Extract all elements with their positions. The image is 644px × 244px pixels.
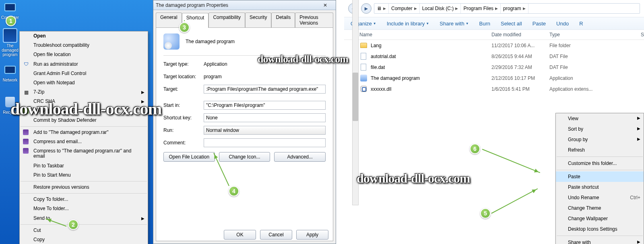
step-badge-2: 2 bbox=[68, 219, 78, 230]
file-name: autotrial.dat bbox=[371, 54, 491, 59]
menu-sort-by[interactable]: Sort by▶ bbox=[556, 124, 644, 134]
file-type: DAT File bbox=[549, 54, 644, 59]
ctx-pin-start-menu[interactable]: Pin to Start Menu bbox=[20, 171, 148, 180]
ctx-copy-to[interactable]: Copy To folder... bbox=[20, 195, 148, 204]
7zip-icon: ▦ bbox=[23, 89, 29, 96]
nav-bar: ◄ ► 🖥▶ Computer▶ Local Disk (C:)▶ Progra… bbox=[344, 0, 644, 17]
breadcrumb[interactable]: 🖥▶ Computer▶ Local Disk (C:)▶ Program Fi… bbox=[374, 3, 640, 14]
col-date[interactable]: Date modified bbox=[491, 32, 549, 38]
value-target-location: program bbox=[204, 74, 326, 79]
undo-button[interactable]: Undo bbox=[556, 21, 569, 27]
cancel-button[interactable]: Cancel bbox=[260, 230, 292, 240]
close-icon[interactable]: ✕ bbox=[317, 2, 333, 8]
file-date: 1/6/2016 5:41 PM bbox=[491, 86, 549, 92]
desktop-icon-network[interactable]: Network bbox=[0, 63, 20, 82]
menu-view[interactable]: View▶ bbox=[556, 113, 644, 124]
burn-button[interactable]: Burn bbox=[479, 21, 490, 27]
ctx-7zip[interactable]: ▦7-Zip▶ bbox=[20, 88, 148, 97]
menu-undo-rename[interactable]: Undo RenameCtrl+ bbox=[556, 192, 644, 203]
change-icon-button[interactable]: Change Icon... bbox=[219, 152, 270, 162]
file-type: DAT File bbox=[549, 65, 644, 70]
menu-change-wallpaper[interactable]: Change Wallpaper bbox=[556, 213, 644, 224]
program-icon bbox=[163, 33, 180, 50]
ctx-copy[interactable]: Copy bbox=[20, 235, 148, 244]
tab-details[interactable]: Details bbox=[271, 13, 295, 27]
col-size[interactable]: S bbox=[641, 32, 644, 38]
ctx-move-to[interactable]: Move To folder... bbox=[20, 204, 148, 213]
input-shortcut-key[interactable] bbox=[204, 113, 326, 122]
ctx-cut[interactable]: Cut bbox=[20, 226, 148, 235]
select-run[interactable]: Normal window bbox=[204, 126, 326, 135]
file-date: 8/26/2015 9:44 AM bbox=[491, 54, 549, 59]
input-start-in[interactable] bbox=[204, 101, 326, 110]
dialog-titlebar[interactable]: The damaged program Properties ✕ bbox=[153, 0, 336, 10]
tab-general[interactable]: General bbox=[156, 13, 182, 27]
menu-paste-shortcut[interactable]: Paste shortcut bbox=[556, 182, 644, 192]
separator bbox=[557, 236, 643, 236]
tab-previous-versions[interactable]: Previous Versions bbox=[295, 13, 333, 27]
table-row[interactable]: xxxxxx.dll1/6/2016 5:41 PMApplication ex… bbox=[359, 83, 644, 94]
apply-button[interactable]: Apply bbox=[296, 230, 328, 240]
col-name[interactable]: Name bbox=[359, 32, 491, 38]
advanced-button[interactable]: Advanced... bbox=[274, 152, 326, 162]
menu-share-with[interactable]: Share with▶ bbox=[556, 237, 644, 244]
tab-security[interactable]: Security bbox=[245, 13, 271, 27]
table-row[interactable]: autotrial.dat8/26/2015 9:44 AMDAT File bbox=[359, 51, 644, 62]
ctx-send-to[interactable]: Send to▶ bbox=[20, 214, 148, 223]
table-row[interactable]: file.dat2/29/2016 7:32 AMDAT File bbox=[359, 62, 644, 73]
file-type: Application bbox=[549, 75, 644, 81]
crumb-program[interactable]: program bbox=[503, 6, 521, 11]
col-type[interactable]: Type bbox=[549, 32, 641, 38]
share-with-button[interactable]: Share with▼ bbox=[440, 21, 469, 27]
menu-change-theme[interactable]: Change Theme bbox=[556, 203, 644, 213]
select-all-button[interactable]: Select all bbox=[501, 21, 522, 27]
crumb-c-drive[interactable]: Local Disk (C:) bbox=[422, 6, 454, 11]
label-shortcut-key: Shortcut key: bbox=[163, 115, 204, 121]
menu-refresh[interactable]: Refresh bbox=[556, 145, 644, 155]
paste-button[interactable]: Paste bbox=[533, 21, 546, 27]
ctx-compress-email[interactable]: Compress and email... bbox=[20, 137, 148, 146]
separator bbox=[21, 193, 147, 194]
menu-customize-folder[interactable]: Customize this folder... bbox=[556, 158, 644, 169]
ctx-open-with-notepad[interactable]: Open with Notepad bbox=[20, 78, 148, 88]
ctx-run-as-admin[interactable]: 🛡Run as administrator bbox=[20, 60, 148, 69]
file-date: 2/29/2016 7:32 AM bbox=[491, 65, 549, 70]
table-row[interactable]: Lang11/2/2017 10:06 A...File folder bbox=[359, 40, 644, 51]
crumb-program-files[interactable]: Program Files bbox=[463, 6, 493, 11]
forward-button[interactable]: ► bbox=[361, 3, 372, 14]
ctx-compress-rar-email[interactable]: Compress to "The damaged program.rar" an… bbox=[20, 146, 148, 161]
ctx-add-rar[interactable]: Add to "The damaged program.rar" bbox=[20, 128, 148, 137]
open-file-location-button[interactable]: Open File Location bbox=[163, 152, 215, 162]
arrow bbox=[184, 20, 185, 21]
file-header[interactable]: Name Date modified Type S bbox=[344, 30, 644, 40]
tab-compatibility[interactable]: Compatibility bbox=[208, 13, 245, 27]
explorer-window: ◄ ► 🖥▶ Computer▶ Local Disk (C:)▶ Progra… bbox=[344, 0, 644, 244]
step-badge-4: 4 bbox=[229, 186, 239, 196]
r-button[interactable]: R bbox=[579, 21, 583, 27]
ctx-pin-taskbar[interactable]: Pin to Taskbar bbox=[20, 161, 148, 171]
file-name: Lang bbox=[371, 43, 491, 48]
ok-button[interactable]: OK bbox=[224, 230, 256, 240]
table-row[interactable]: The damaged program2/12/2016 10:17 PMApp… bbox=[359, 73, 644, 83]
ctx-open-file-location[interactable]: Open file location bbox=[20, 50, 148, 59]
file-list: Lang11/2/2017 10:06 A...File folderautot… bbox=[344, 40, 644, 94]
include-in-library-button[interactable]: Include in library▼ bbox=[387, 21, 429, 27]
ctx-grant-admin[interactable]: Grant Admin Full Control bbox=[20, 69, 148, 78]
label-target-type: Target type: bbox=[163, 61, 204, 67]
input-comment[interactable] bbox=[204, 138, 326, 147]
crumb-computer[interactable]: Computer bbox=[391, 6, 413, 11]
scrollbar-thumb[interactable] bbox=[353, 73, 358, 121]
ctx-troubleshoot[interactable]: Troubleshoot compatibility bbox=[20, 41, 148, 50]
file-date: 11/2/2017 10:06 A... bbox=[491, 43, 549, 48]
separator bbox=[21, 181, 147, 181]
file-date: 2/12/2016 10:17 PM bbox=[491, 75, 549, 81]
ctx-open[interactable]: Open bbox=[20, 31, 148, 41]
properties-dialog: The damaged program Properties ✕ General… bbox=[153, 0, 336, 244]
menu-desktop-icons[interactable]: Desktop Icons Settings bbox=[556, 224, 644, 234]
ctx-restore-versions[interactable]: Restore previous versions bbox=[20, 183, 148, 192]
menu-paste[interactable]: Paste bbox=[556, 171, 644, 182]
input-target[interactable] bbox=[204, 85, 326, 94]
dll-icon bbox=[359, 85, 367, 93]
desktop-icon-damaged-program[interactable]: The damaged program bbox=[0, 28, 20, 57]
menu-group-by[interactable]: Group by▶ bbox=[556, 134, 644, 145]
